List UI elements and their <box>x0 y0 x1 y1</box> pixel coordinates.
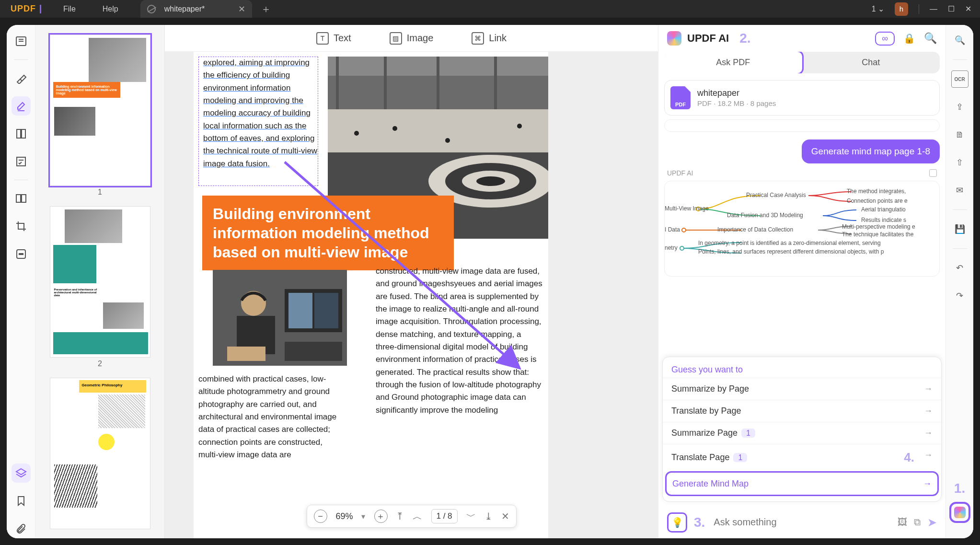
user-avatar[interactable]: h <box>895 2 908 16</box>
svg-rect-35 <box>285 342 342 361</box>
svg-rect-11 <box>19 253 23 255</box>
first-page-icon[interactable]: ⤒ <box>396 510 404 522</box>
maximize-icon[interactable]: ☐ <box>948 4 955 13</box>
menu-file[interactable]: File <box>50 5 89 13</box>
zoom-dropdown-icon[interactable]: ▾ <box>361 512 365 521</box>
mm-node: Aerial triangulatio <box>861 206 906 213</box>
image-attach-icon[interactable]: 🖼 <box>898 517 907 528</box>
document-tab[interactable]: whitepaper* ✕ <box>140 0 253 18</box>
mm-node: netry <box>665 244 678 251</box>
page-thumbnail[interactable]: Geometric Philosophy <box>50 378 150 529</box>
upload-icon[interactable]: ⇧ <box>951 154 968 171</box>
ai-prompt-input[interactable] <box>712 512 891 533</box>
form-icon[interactable] <box>12 152 31 171</box>
search-icon[interactable]: 🔍 <box>924 32 937 45</box>
suggestion-summarize-by-page[interactable]: Summarize by Page→ <box>663 378 941 400</box>
attachment-icon[interactable] <box>12 519 31 538</box>
body-paragraph[interactable]: combined with practical cases, low-altit… <box>198 373 342 461</box>
compare-icon[interactable] <box>12 189 31 208</box>
page-thumbnail[interactable]: Preservation and inheritance of architec… <box>50 206 150 358</box>
toolbar-strip <box>664 119 940 132</box>
zoom-in-button[interactable]: ＋ <box>374 510 387 523</box>
edit-text-tab[interactable]: TText <box>316 32 351 45</box>
attached-file-card[interactable]: PDF whitepaper PDF · 18.2 MB · 8 pages <box>664 80 940 116</box>
updf-ai-logo-icon <box>667 31 681 46</box>
body-paragraph[interactable]: constructed, multi-view image data are f… <box>376 265 543 417</box>
export-icon[interactable]: ⇪ <box>951 98 968 116</box>
redact-icon[interactable] <box>12 244 31 264</box>
suggestion-translate-by-page[interactable]: Translate by Page→ <box>663 400 941 422</box>
page-viewport[interactable]: explored, aiming at improving the effici… <box>165 52 658 538</box>
inline-image[interactable] <box>213 270 347 366</box>
prev-page-icon[interactable]: ︿ <box>413 510 422 523</box>
tab-ask-pdf[interactable]: Ask PDF <box>664 52 802 73</box>
close-window-icon[interactable]: ✕ <box>965 4 971 13</box>
edit-text-icon[interactable] <box>12 96 31 116</box>
pdf-page[interactable]: explored, aiming at improving the effici… <box>194 52 548 538</box>
svg-point-39 <box>680 246 684 250</box>
mail-icon[interactable]: ✉ <box>951 182 968 199</box>
ai-launcher-icon[interactable] <box>951 504 968 521</box>
thumb-number: 1 <box>47 188 153 197</box>
mm-node: Practical Case Analysis <box>746 192 806 198</box>
edit-image-tab[interactable]: ▨Image <box>390 32 434 45</box>
callout-4: 4. <box>904 450 914 465</box>
reader-icon[interactable] <box>12 32 31 51</box>
crop-attach-icon[interactable]: ⧉ <box>914 517 921 528</box>
text-icon: T <box>316 32 329 45</box>
copy-icon[interactable] <box>929 169 937 177</box>
lightbulb-suggestions-button[interactable]: 💡 <box>667 512 687 533</box>
mindmap-preview[interactable]: Multi-View Image I Data netry Practical … <box>664 181 940 277</box>
share-file-icon[interactable]: 🗎 <box>951 126 968 143</box>
send-icon[interactable]: ➤ <box>927 516 937 529</box>
callout-3: 3. <box>694 515 705 530</box>
tab-count[interactable]: 1 ⌄ <box>872 4 884 13</box>
selected-paragraph[interactable]: explored, aiming at improving the effici… <box>203 57 318 170</box>
bookmark-icon[interactable] <box>12 491 31 510</box>
ai-mode-tabs: Ask PDF Chat <box>664 52 940 73</box>
last-page-icon[interactable]: ⤓ <box>484 510 493 522</box>
page-thumbnail[interactable]: Building environment information modelin… <box>50 35 150 186</box>
svg-rect-4 <box>17 129 21 138</box>
zoom-toolbar: − 69% ▾ ＋ ⤒ ︿ 1 / 8 ﹀ ⤓ ✕ <box>306 505 516 528</box>
callout-1: 1. <box>954 481 965 496</box>
tab-doc-icon <box>147 5 156 13</box>
ai-response-label: UPDF AI <box>658 166 945 180</box>
lock-icon[interactable]: 🔒 <box>903 33 915 44</box>
infinity-badge[interactable]: ∞ <box>875 32 895 46</box>
menu-help[interactable]: Help <box>89 5 132 13</box>
zoom-out-button[interactable]: − <box>313 510 327 523</box>
mm-node: In geometry, a point is identified as a … <box>698 240 881 246</box>
svg-point-27 <box>517 124 522 128</box>
document-area: TText ▨Image ⌘Link explored, aiming at i… <box>165 25 658 538</box>
file-meta: PDF · 18.2 MB · 8 pages <box>697 99 776 107</box>
mm-node: I Data <box>665 226 680 233</box>
next-page-icon[interactable]: ﹀ <box>466 510 476 523</box>
svg-rect-30 <box>288 293 312 328</box>
page-layout-icon[interactable] <box>12 124 31 143</box>
highlighter-icon[interactable] <box>12 69 31 88</box>
page-number-input[interactable]: 1 / 8 <box>431 509 457 523</box>
suggestion-translate-page[interactable]: Translate Page14.→ <box>663 444 941 471</box>
ocr-icon[interactable]: OCR <box>951 70 968 88</box>
suggestion-summarize-page[interactable]: Summarize Page1→ <box>663 422 941 444</box>
svg-point-25 <box>392 126 397 131</box>
suggestion-generate-mind-map[interactable]: Generate Mind Map→ <box>667 473 937 495</box>
redo-icon[interactable]: ↷ <box>951 287 968 304</box>
close-toolbar-icon[interactable]: ✕ <box>501 510 509 522</box>
thumbnail-panel[interactable]: Building environment information modelin… <box>35 25 165 538</box>
search-page-icon[interactable]: 🔍 <box>951 32 968 49</box>
save-icon[interactable]: 💾 <box>951 220 968 238</box>
tab-chat[interactable]: Chat <box>802 52 940 73</box>
close-tab-icon[interactable]: ✕ <box>238 4 245 14</box>
minimize-icon[interactable]: — <box>930 5 937 13</box>
svg-point-16 <box>476 176 505 186</box>
mm-node: Importance of Data Collection <box>717 226 793 233</box>
svg-rect-5 <box>22 129 25 138</box>
layers-icon[interactable] <box>12 464 31 483</box>
add-tab-button[interactable]: ＋ <box>252 2 280 16</box>
document-title[interactable]: Building environment information modelin… <box>202 196 454 270</box>
crop-icon[interactable] <box>12 217 31 236</box>
edit-link-tab[interactable]: ⌘Link <box>472 32 507 45</box>
undo-icon[interactable]: ↶ <box>951 259 968 277</box>
